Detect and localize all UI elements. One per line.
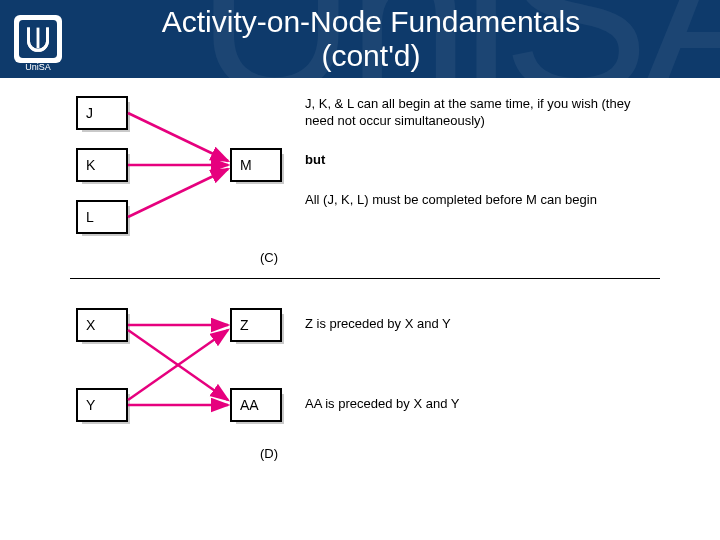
title-line-1: Activity-on-Node Fundamentals — [162, 5, 581, 38]
node-l-label: L — [86, 209, 94, 225]
diagram-stage: J K L M J, K, & L can all begin at the s… — [0, 78, 720, 540]
node-k: K — [76, 148, 128, 182]
caption-d: (D) — [260, 446, 278, 461]
desc-d-z: Z is preceded by X and Y — [305, 316, 451, 333]
node-aa: AA — [230, 388, 282, 422]
unisa-logo — [14, 15, 62, 63]
node-j: J — [76, 96, 128, 130]
node-m-label: M — [240, 157, 252, 173]
node-x-label: X — [86, 317, 95, 333]
desc-c-but: but — [305, 152, 325, 169]
node-z-label: Z — [240, 317, 249, 333]
unisa-logo-icon — [19, 20, 57, 58]
node-y-label: Y — [86, 397, 95, 413]
page-title: Activity-on-Node Fundamentals (cont'd) — [62, 5, 720, 74]
title-line-2: (cont'd) — [321, 39, 420, 72]
desc-c-1: J, K, & L can all begin at the same time… — [305, 96, 655, 130]
edge-j-m — [128, 113, 228, 161]
node-k-label: K — [86, 157, 95, 173]
logo-caption: UniSA — [14, 62, 62, 72]
desc-c-2: All (J, K, L) must be completed before M… — [305, 192, 655, 209]
node-l: L — [76, 200, 128, 234]
node-aa-label: AA — [240, 397, 259, 413]
divider-c-d — [70, 278, 660, 279]
header: UniSA UniSA Activity-on-Node Fundamental… — [0, 0, 720, 78]
node-y: Y — [76, 388, 128, 422]
edge-l-m — [128, 169, 228, 217]
caption-c: (C) — [260, 250, 278, 265]
node-j-label: J — [86, 105, 93, 121]
node-z: Z — [230, 308, 282, 342]
edge-y-z — [128, 330, 228, 400]
node-x: X — [76, 308, 128, 342]
node-m: M — [230, 148, 282, 182]
desc-d-aa: AA is preceded by X and Y — [305, 396, 459, 413]
edge-x-aa — [128, 330, 228, 400]
